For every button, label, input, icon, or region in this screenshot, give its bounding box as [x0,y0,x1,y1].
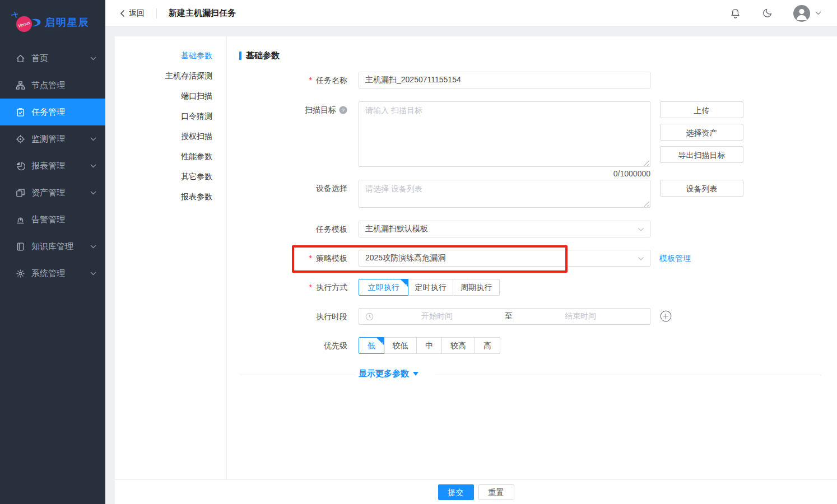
task-template-value: 主机漏扫默认模板 [365,224,428,234]
reset-button[interactable]: 重置 [478,484,514,500]
back-button[interactable]: 返回 [120,8,145,18]
brand-logo-icon: Venus [9,8,44,37]
user-menu[interactable] [793,5,821,22]
anchor-item-auth-scan[interactable]: 授权扫描 [115,126,226,146]
anchor-item-password-guess[interactable]: 口令猜测 [115,106,226,126]
help-icon[interactable]: ? [339,106,347,114]
anchor-item-host-alive[interactable]: 主机存活探测 [115,66,226,86]
device-select-textarea-wrap [359,180,650,208]
scan-target-textarea[interactable] [359,101,650,167]
chevron-down-icon [90,191,96,195]
export-targets-button[interactable]: 导出扫描目标 [660,146,743,163]
task-template-label: 任务模板 [227,221,347,237]
priority-option-lower[interactable]: 较低 [384,337,417,354]
sidebar-item-label: 监测管理 [31,134,65,144]
check-icon: ✓ [403,279,408,293]
scan-target-textarea-wrap [359,101,650,167]
knowledge-icon [16,242,25,251]
anchor-item-report-params[interactable]: 报表参数 [115,186,226,207]
bell-icon[interactable] [729,7,741,20]
sidebar-item-tasks[interactable]: 任务管理 [0,99,105,125]
sidebar-item-monitor[interactable]: 监测管理 [0,125,105,152]
section-title: 基础参数 [246,50,280,61]
section-header-bar [239,52,241,60]
divider [435,375,821,375]
chevron-down-icon [90,57,96,60]
sidebar-item-label: 资产管理 [31,188,65,198]
system-icon [16,269,25,278]
exec-mode-option-immediate[interactable]: 立即执行 ✓ [359,279,408,296]
device-list-button[interactable]: 设备列表 [660,180,743,197]
priority-group: 低 ✓ 较低 中 较高 高 [359,337,500,354]
sidebar-menu: 首页 节点管理 任务管理 监测管理 [0,45,105,287]
chevron-down-icon [90,164,96,168]
scan-target-label: 扫描目标 ? [227,101,347,118]
submit-button[interactable]: 提交 [438,484,474,500]
task-name-label: 任务名称 [227,72,347,88]
device-select-textarea[interactable] [359,180,650,208]
topbar-actions [729,5,837,22]
section-anchor-nav: 基础参数 主机存活探测 端口扫描 口令猜测 授权扫描 性能参数 其它参数 报表参… [115,36,227,479]
sidebar-item-label: 首页 [31,53,48,64]
anchor-item-port-scan[interactable]: 端口扫描 [115,86,226,106]
task-name-input[interactable] [359,72,650,88]
nodes-icon [16,81,25,90]
chevron-down-icon [638,256,644,261]
exec-mode-option-scheduled[interactable]: 定时执行 [408,279,453,296]
add-period-button[interactable] [660,310,672,322]
sidebar-item-label: 告警管理 [31,214,65,225]
chevron-down-icon [90,245,96,249]
exec-period-range-input[interactable]: 开始时间 至 结束时间 [359,308,650,325]
moon-icon[interactable] [761,7,773,19]
brand-logo: Venus 启明星辰 [9,8,90,37]
priority-option-low[interactable]: 低 ✓ [359,337,384,354]
sidebar-item-alerts[interactable]: 告警管理 [0,206,105,233]
caret-down-icon [413,372,418,376]
sidebar-item-label: 节点管理 [31,80,65,91]
priority-option-high[interactable]: 高 [475,337,500,354]
range-separator: 至 [500,311,517,321]
select-assets-button[interactable]: 选择资产 [660,124,743,141]
sidebar-item-reports[interactable]: 报表管理 [0,152,105,179]
priority-label: 优先级 [227,337,347,354]
form-area: 基础参数 任务名称 扫描目标 ? 0/1000000 上传 选择资产 导出扫描目… [227,36,837,479]
brand-name: 启明星辰 [45,16,90,29]
home-icon [16,54,25,63]
divider [156,8,157,18]
sidebar-item-system[interactable]: 系统管理 [0,260,105,287]
priority-option-higher[interactable]: 较高 [441,337,475,354]
monitor-icon [16,134,25,144]
divider [239,375,355,375]
check-icon: ✓ [379,337,384,352]
exec-mode-option-periodic[interactable]: 周期执行 [453,279,500,296]
anchor-item-other-params[interactable]: 其它参数 [115,166,226,186]
start-time-placeholder: 开始时间 [374,311,500,321]
chevron-down-icon [815,11,821,15]
end-time-placeholder: 结束时间 [517,311,644,321]
upload-button[interactable]: 上传 [660,101,743,118]
tasks-icon [16,108,25,117]
app-window: Venus 启明星辰 首页 节点管理 任务 [0,0,837,504]
template-manage-link[interactable]: 模板管理 [659,250,691,267]
policy-template-value: 2025攻防演练高危漏洞 [365,253,445,263]
policy-template-select[interactable]: 2025攻防演练高危漏洞 [359,250,650,267]
anchor-item-performance[interactable]: 性能参数 [115,146,226,166]
priority-option-medium[interactable]: 中 [416,337,442,354]
task-template-select[interactable]: 主机漏扫默认模板 [359,221,650,237]
exec-mode-label: 执行方式 [227,279,347,296]
char-counter: 0/1000000 [359,169,650,178]
sidebar-item-assets[interactable]: 资产管理 [0,179,105,206]
back-label: 返回 [129,8,145,18]
sidebar-item-nodes[interactable]: 节点管理 [0,72,105,99]
device-select-label: 设备选择 [227,180,347,197]
sidebar-item-knowledge[interactable]: 知识库管理 [0,233,105,260]
anchor-item-basic-params[interactable]: 基础参数 [115,45,226,66]
exec-period-label: 执行时段 [227,308,347,325]
sidebar-item-label: 知识库管理 [31,241,73,252]
chevron-down-icon [90,272,96,276]
sidebar-item-home[interactable]: 首页 [0,45,105,72]
policy-template-label: 策略模板 [227,250,347,267]
required-marker [309,250,313,267]
page-title: 新建主机漏扫任务 [169,8,236,18]
show-more-params-link[interactable]: 显示更多参数 [359,368,418,379]
